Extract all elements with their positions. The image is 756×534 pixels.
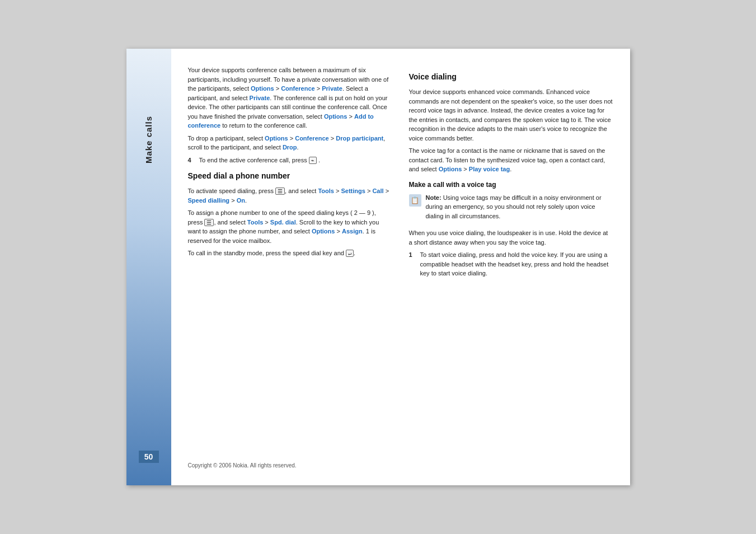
sidebar-title: Make calls xyxy=(144,116,153,163)
menu-key-2: ☰ xyxy=(204,219,214,226)
drop-paragraph: To drop a participant, select Options > … xyxy=(188,134,392,152)
right-column: Voice dialing Your device supports enhan… xyxy=(409,65,613,447)
page-number: 50 xyxy=(139,451,159,463)
main-content: Your device supports conference calls be… xyxy=(171,49,630,485)
note-box: Note: Using voice tags may be difficult … xyxy=(409,193,613,224)
note-text: Note: Using voice tags may be difficult … xyxy=(426,193,613,221)
loud-para: When you use voice dialing, the loudspea… xyxy=(409,228,613,247)
voice-tag-para: The voice tag for a contact is the name … xyxy=(409,146,613,174)
step-4: 4 To end the active conference call, pre… xyxy=(188,156,392,165)
speed-dial-heading: Speed dial a phone number xyxy=(188,170,392,182)
sidebar: Make calls 50 xyxy=(126,49,171,485)
left-column: Your device supports conference calls be… xyxy=(188,65,392,447)
columns: Your device supports conference calls be… xyxy=(188,65,613,447)
intro-paragraph: Your device supports conference calls be… xyxy=(188,65,392,130)
voice-dialing-heading: Voice dialing xyxy=(409,71,613,83)
menu-key: ☰ xyxy=(275,188,285,195)
note-icon xyxy=(409,194,421,207)
copyright: Copyright © 2006 Nokia. All rights reser… xyxy=(188,458,613,469)
standby-para: To call in the standby mode, press the s… xyxy=(188,249,392,258)
assign-para: To assign a phone number to one of the s… xyxy=(188,208,392,245)
speed-dial-intro-para: To activate speed dialing, press ☰, and … xyxy=(188,186,392,205)
voice-dialing-intro-para: Your device supports enhanced voice comm… xyxy=(409,87,613,143)
make-call-heading: Make a call with a voice tag xyxy=(409,180,613,190)
call-key: ↵ xyxy=(346,250,354,257)
page-container: Make calls 50 Your device supports confe… xyxy=(126,49,630,485)
step-1-voice: 1 To start voice dialing, press and hold… xyxy=(409,250,613,278)
end-call-key: ⌁ xyxy=(309,157,317,164)
